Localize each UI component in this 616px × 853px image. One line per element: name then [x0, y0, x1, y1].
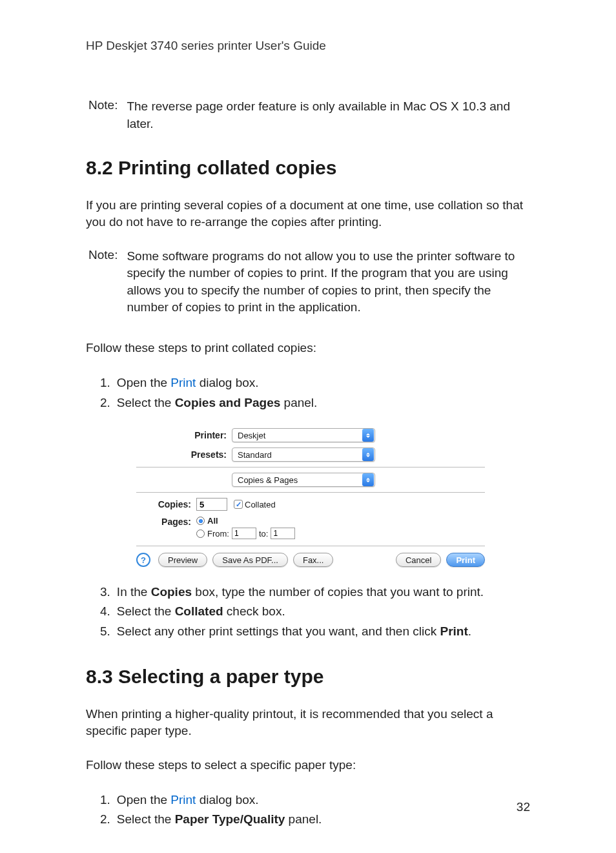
pages-label: Pages: — [101, 517, 196, 527]
header-title: HP Deskjet 3740 series printer User's Gu… — [86, 39, 530, 53]
print-dialog: Printer: Deskjet Presets: Standard Copie… — [136, 422, 485, 573]
note-label: Note: — [88, 98, 118, 132]
text: Select any other print settings that you… — [117, 624, 440, 638]
steps-list-82b: 3. In the Copies box, type the number of… — [86, 582, 530, 641]
radio-label: All — [207, 516, 218, 526]
note-text: Some software programs do not allow you … — [127, 248, 530, 316]
bold-text: Copies and Pages — [175, 396, 281, 409]
section82-intro: If you are printing several copies of a … — [86, 197, 530, 231]
text: panel. — [280, 396, 317, 409]
text: box, type the number of copies that you … — [192, 585, 484, 599]
pages-all-radio[interactable]: All — [196, 516, 218, 526]
select-value: Copies & Pages — [238, 475, 298, 485]
presets-label: Presets: — [136, 449, 232, 460]
help-button[interactable]: ? — [136, 553, 150, 567]
presets-row: Presets: Standard — [136, 447, 485, 462]
to-input[interactable] — [271, 528, 295, 539]
copies-label: Copies: — [101, 499, 196, 509]
note-label: Note: — [88, 248, 118, 316]
print-button[interactable]: Print — [446, 553, 485, 567]
printer-label: Printer: — [136, 430, 232, 440]
text: panel. — [285, 812, 322, 826]
panel-select[interactable]: Copies & Pages — [232, 473, 375, 487]
copies-row: Copies: ✓ Collated — [101, 498, 485, 511]
bold-text: Copies — [151, 585, 192, 599]
to-label: to: — [259, 529, 268, 539]
list-item: 1. Open the Print dialog box. — [100, 373, 530, 393]
divider — [136, 492, 485, 493]
from-label: From: — [207, 529, 229, 539]
print-link[interactable]: Print — [170, 793, 196, 807]
presets-select[interactable]: Standard — [232, 447, 375, 462]
list-item: 5. Select any other print settings that … — [100, 622, 530, 641]
text: Open the — [117, 376, 170, 389]
list-item: 1. Open the Print dialog box. — [100, 790, 530, 810]
from-input[interactable] — [232, 528, 256, 539]
note-text: The reverse page order feature is only a… — [127, 98, 530, 132]
section83-intro: When printing a higher-quality printout,… — [86, 706, 530, 739]
step-number: 2. — [100, 810, 110, 829]
note-block-1: Note: The reverse page order feature is … — [88, 98, 530, 132]
bold-text: Paper Type/Quality — [175, 812, 285, 826]
copies-input[interactable] — [196, 498, 227, 511]
step-number: 1. — [100, 373, 110, 393]
section-heading-83: 8.3 Selecting a paper type — [86, 666, 530, 688]
list-item: 2. Select the Copies and Pages panel. — [100, 393, 530, 413]
cancel-button[interactable]: Cancel — [396, 553, 441, 567]
text: check box. — [223, 604, 285, 618]
step-number: 2. — [100, 393, 110, 413]
bold-text: Print — [440, 624, 467, 638]
steps-list-83: 1. Open the Print dialog box. 2. Select … — [86, 790, 530, 830]
bold-text: Collated — [175, 604, 223, 618]
text: dialog box. — [196, 793, 258, 807]
section-heading-82: 8.2 Printing collated copies — [86, 157, 530, 179]
list-item: 3. In the Copies box, type the number of… — [100, 582, 530, 602]
radio-icon — [196, 517, 205, 525]
panel-row: Copies & Pages — [136, 473, 485, 487]
text: dialog box. — [196, 376, 258, 389]
steps-list-82a: 1. Open the Print dialog box. 2. Select … — [86, 373, 530, 413]
chevron-updown-icon — [362, 429, 374, 442]
text: Select the — [117, 396, 175, 409]
select-value: Standard — [238, 450, 272, 460]
step-number: 1. — [100, 790, 110, 810]
text: Select the — [117, 812, 175, 826]
fax-button[interactable]: Fax... — [293, 553, 334, 567]
text: Select the — [117, 604, 175, 618]
checkmark-icon: ✓ — [234, 500, 243, 509]
text: Open the — [117, 793, 170, 807]
checkbox-label: Collated — [245, 500, 276, 509]
preview-button[interactable]: Preview — [158, 553, 207, 567]
text: In the — [117, 585, 151, 599]
section82-follow: Follow these steps to print collated cop… — [86, 340, 530, 356]
pages-from-row: From: to: — [101, 528, 485, 539]
divider — [136, 467, 485, 468]
printer-select[interactable]: Deskjet — [232, 428, 375, 442]
step-number: 3. — [100, 582, 110, 602]
list-item: 4. Select the Collated check box. — [100, 602, 530, 621]
chevron-updown-icon — [362, 473, 374, 486]
collated-checkbox[interactable]: ✓ Collated — [234, 500, 276, 509]
list-item: 2. Select the Paper Type/Quality panel. — [100, 810, 530, 829]
chevron-updown-icon — [362, 448, 374, 461]
dialog-footer: ? Preview Save As PDF... Fax... Cancel P… — [136, 546, 485, 567]
pages-from-radio[interactable]: From: to: — [196, 528, 485, 539]
note-block-2: Note: Some software programs do not allo… — [88, 248, 530, 316]
section83-follow: Follow these steps to select a specific … — [86, 757, 530, 774]
save-as-pdf-button[interactable]: Save As PDF... — [212, 553, 288, 567]
text: . — [468, 624, 471, 638]
step-number: 4. — [100, 602, 110, 621]
select-value: Deskjet — [238, 431, 265, 440]
printer-row: Printer: Deskjet — [136, 428, 485, 442]
radio-icon — [196, 529, 205, 538]
step-number: 5. — [100, 622, 110, 641]
page-number: 32 — [517, 800, 530, 814]
print-link[interactable]: Print — [170, 376, 196, 389]
pages-row: Pages: All — [101, 516, 485, 528]
